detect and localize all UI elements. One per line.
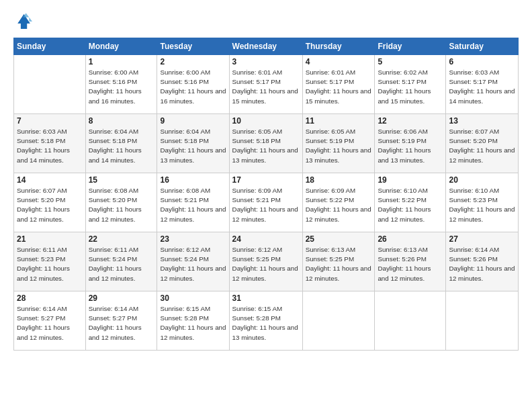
day-cell: 5Sunrise: 6:02 AMSunset: 5:17 PMDaylight… xyxy=(375,55,446,114)
day-cell: 2Sunrise: 6:00 AMSunset: 5:16 PMDaylight… xyxy=(157,55,229,114)
day-number: 27 xyxy=(449,234,515,244)
day-cell: 19Sunrise: 6:10 AMSunset: 5:22 PMDayligh… xyxy=(375,173,446,232)
day-info: Sunrise: 6:00 AMSunset: 5:16 PMDaylight:… xyxy=(160,68,226,105)
col-header-friday: Friday xyxy=(375,38,446,55)
col-header-tuesday: Tuesday xyxy=(157,38,229,55)
day-info: Sunrise: 6:01 AMSunset: 5:17 PMDaylight:… xyxy=(306,68,371,105)
day-info: Sunrise: 6:10 AMSunset: 5:22 PMDaylight:… xyxy=(378,187,431,223)
day-info: Sunrise: 6:06 AMSunset: 5:19 PMDaylight:… xyxy=(378,128,431,164)
day-info: Sunrise: 6:14 AMSunset: 5:26 PMDaylight:… xyxy=(449,246,515,282)
col-header-saturday: Saturday xyxy=(446,38,519,55)
day-info: Sunrise: 6:13 AMSunset: 5:26 PMDaylight:… xyxy=(378,246,431,282)
day-info: Sunrise: 6:05 AMSunset: 5:19 PMDaylight:… xyxy=(306,128,371,164)
week-row-2: 7Sunrise: 6:03 AMSunset: 5:18 PMDaylight… xyxy=(14,114,519,173)
week-row-1: 1Sunrise: 6:00 AMSunset: 5:16 PMDaylight… xyxy=(14,55,519,114)
day-number: 26 xyxy=(378,234,443,244)
day-info: Sunrise: 6:12 AMSunset: 5:25 PMDaylight:… xyxy=(232,246,298,282)
day-cell xyxy=(302,291,375,351)
day-number: 31 xyxy=(232,293,300,303)
day-number: 13 xyxy=(449,116,515,126)
day-info: Sunrise: 6:15 AMSunset: 5:28 PMDaylight:… xyxy=(232,305,298,341)
logo xyxy=(13,12,35,31)
day-info: Sunrise: 6:03 AMSunset: 5:17 PMDaylight:… xyxy=(449,68,515,105)
day-number: 24 xyxy=(232,234,300,244)
day-cell: 11Sunrise: 6:05 AMSunset: 5:19 PMDayligh… xyxy=(302,114,375,173)
day-cell xyxy=(446,291,519,351)
day-info: Sunrise: 6:05 AMSunset: 5:18 PMDaylight:… xyxy=(232,128,298,164)
day-info: Sunrise: 6:03 AMSunset: 5:18 PMDaylight:… xyxy=(17,128,70,164)
day-number: 9 xyxy=(160,116,226,126)
col-header-wednesday: Wednesday xyxy=(229,38,302,55)
day-cell: 15Sunrise: 6:08 AMSunset: 5:20 PMDayligh… xyxy=(85,173,157,232)
day-cell: 26Sunrise: 6:13 AMSunset: 5:26 PMDayligh… xyxy=(375,232,446,291)
day-number: 17 xyxy=(232,175,300,185)
day-cell: 12Sunrise: 6:06 AMSunset: 5:19 PMDayligh… xyxy=(375,114,446,173)
header xyxy=(13,12,519,31)
day-number: 7 xyxy=(17,116,83,126)
day-cell: 31Sunrise: 6:15 AMSunset: 5:28 PMDayligh… xyxy=(229,291,302,351)
day-cell: 16Sunrise: 6:08 AMSunset: 5:21 PMDayligh… xyxy=(157,173,229,232)
day-info: Sunrise: 6:12 AMSunset: 5:24 PMDaylight:… xyxy=(160,246,226,282)
calendar-table: SundayMondayTuesdayWednesdayThursdayFrid… xyxy=(13,38,519,351)
day-cell: 22Sunrise: 6:11 AMSunset: 5:24 PMDayligh… xyxy=(85,232,157,291)
day-cell: 30Sunrise: 6:15 AMSunset: 5:28 PMDayligh… xyxy=(157,291,229,351)
day-cell: 23Sunrise: 6:12 AMSunset: 5:24 PMDayligh… xyxy=(157,232,229,291)
day-cell: 24Sunrise: 6:12 AMSunset: 5:25 PMDayligh… xyxy=(229,232,302,291)
day-cell: 3Sunrise: 6:01 AMSunset: 5:17 PMDaylight… xyxy=(229,55,302,114)
day-cell: 9Sunrise: 6:04 AMSunset: 5:18 PMDaylight… xyxy=(157,114,229,173)
day-number: 30 xyxy=(160,293,226,303)
day-number: 3 xyxy=(232,57,300,66)
page: SundayMondayTuesdayWednesdayThursdayFrid… xyxy=(0,0,532,411)
day-number: 5 xyxy=(378,57,443,66)
day-cell: 1Sunrise: 6:00 AMSunset: 5:16 PMDaylight… xyxy=(85,55,157,114)
day-info: Sunrise: 6:13 AMSunset: 5:25 PMDaylight:… xyxy=(306,246,371,282)
day-number: 8 xyxy=(89,116,154,126)
day-cell: 4Sunrise: 6:01 AMSunset: 5:17 PMDaylight… xyxy=(302,55,375,114)
day-info: Sunrise: 6:07 AMSunset: 5:20 PMDaylight:… xyxy=(449,128,515,164)
day-number: 14 xyxy=(17,175,83,185)
day-number: 12 xyxy=(378,116,443,126)
day-number: 11 xyxy=(306,116,372,126)
day-number: 18 xyxy=(306,175,372,185)
day-number: 19 xyxy=(378,175,443,185)
day-cell xyxy=(14,55,86,114)
week-row-3: 14Sunrise: 6:07 AMSunset: 5:20 PMDayligh… xyxy=(14,173,519,232)
day-cell: 8Sunrise: 6:04 AMSunset: 5:18 PMDaylight… xyxy=(85,114,157,173)
day-info: Sunrise: 6:09 AMSunset: 5:21 PMDaylight:… xyxy=(232,187,298,223)
day-info: Sunrise: 6:02 AMSunset: 5:17 PMDaylight:… xyxy=(378,68,431,105)
day-info: Sunrise: 6:04 AMSunset: 5:18 PMDaylight:… xyxy=(89,128,142,164)
day-cell: 20Sunrise: 6:10 AMSunset: 5:23 PMDayligh… xyxy=(446,173,519,232)
day-cell: 25Sunrise: 6:13 AMSunset: 5:25 PMDayligh… xyxy=(302,232,375,291)
day-cell: 18Sunrise: 6:09 AMSunset: 5:22 PMDayligh… xyxy=(302,173,375,232)
day-info: Sunrise: 6:08 AMSunset: 5:21 PMDaylight:… xyxy=(160,187,226,223)
day-info: Sunrise: 6:15 AMSunset: 5:28 PMDaylight:… xyxy=(160,305,226,341)
day-number: 28 xyxy=(17,293,83,303)
day-cell: 10Sunrise: 6:05 AMSunset: 5:18 PMDayligh… xyxy=(229,114,302,173)
day-number: 4 xyxy=(306,57,372,66)
day-cell xyxy=(375,291,446,351)
day-number: 23 xyxy=(160,234,226,244)
day-cell: 28Sunrise: 6:14 AMSunset: 5:27 PMDayligh… xyxy=(14,291,86,351)
day-cell: 17Sunrise: 6:09 AMSunset: 5:21 PMDayligh… xyxy=(229,173,302,232)
day-number: 16 xyxy=(160,175,226,185)
day-number: 6 xyxy=(449,57,515,66)
week-row-5: 28Sunrise: 6:14 AMSunset: 5:27 PMDayligh… xyxy=(14,291,519,351)
day-info: Sunrise: 6:11 AMSunset: 5:24 PMDaylight:… xyxy=(89,246,142,282)
day-info: Sunrise: 6:07 AMSunset: 5:20 PMDaylight:… xyxy=(17,187,70,223)
day-number: 10 xyxy=(232,116,300,126)
col-header-thursday: Thursday xyxy=(302,38,375,55)
day-number: 20 xyxy=(449,175,515,185)
col-header-monday: Monday xyxy=(85,38,157,55)
day-cell: 13Sunrise: 6:07 AMSunset: 5:20 PMDayligh… xyxy=(446,114,519,173)
logo-icon xyxy=(13,12,32,31)
day-cell: 27Sunrise: 6:14 AMSunset: 5:26 PMDayligh… xyxy=(446,232,519,291)
day-cell: 14Sunrise: 6:07 AMSunset: 5:20 PMDayligh… xyxy=(14,173,86,232)
day-number: 1 xyxy=(89,57,154,66)
day-number: 25 xyxy=(306,234,372,244)
day-info: Sunrise: 6:08 AMSunset: 5:20 PMDaylight:… xyxy=(89,187,142,223)
day-info: Sunrise: 6:00 AMSunset: 5:16 PMDaylight:… xyxy=(89,68,142,105)
day-number: 2 xyxy=(160,57,226,66)
day-cell: 7Sunrise: 6:03 AMSunset: 5:18 PMDaylight… xyxy=(14,114,86,173)
day-info: Sunrise: 6:10 AMSunset: 5:23 PMDaylight:… xyxy=(449,187,515,223)
calendar-header-row: SundayMondayTuesdayWednesdayThursdayFrid… xyxy=(14,38,519,55)
